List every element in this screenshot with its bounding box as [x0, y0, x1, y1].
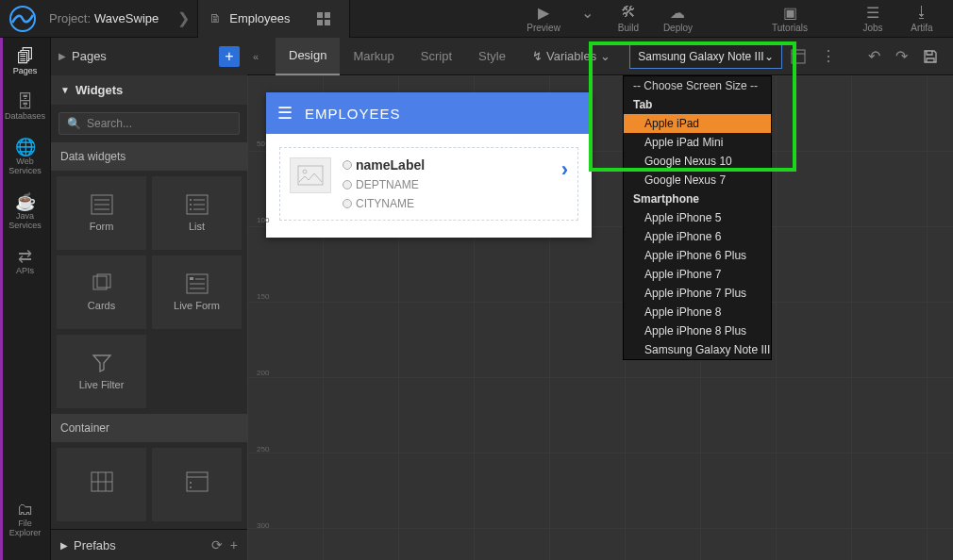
device-option-iphone6p[interactable]: Apple iPhone 6 Plus — [624, 246, 771, 265]
folder-icon: 🗂 — [17, 500, 34, 519]
cityname-field[interactable]: CITYNAME — [343, 197, 556, 210]
rail-file-explorer[interactable]: 🗂File Explorer — [0, 496, 50, 541]
svg-point-13 — [190, 199, 192, 201]
live-form-icon — [186, 273, 209, 294]
search-input[interactable]: 🔍 Search... — [59, 112, 240, 135]
chevron-down-icon: ⌄ — [764, 50, 774, 63]
rail-web-services[interactable]: 🌐Web Services — [0, 134, 50, 179]
device-option-choose[interactable]: -- Choose Screen Size -- — [624, 76, 771, 95]
widget-live-filter-label: Live Filter — [79, 379, 125, 390]
name-label-text: nameLabel — [356, 157, 425, 173]
page-body[interactable]: nameLabel DEPTNAME CITYNAME › — [266, 134, 592, 238]
grid-icon — [91, 471, 113, 492]
widgets-header[interactable]: ▼ Widgets — [51, 75, 247, 105]
pages-icon: 🗐 — [17, 47, 34, 66]
layout-icon[interactable] — [787, 45, 810, 68]
device-size-dropdown[interactable]: -- Choose Screen Size -- Tab Apple iPad … — [623, 75, 772, 360]
widget-container-1[interactable] — [57, 448, 146, 521]
svg-rect-2 — [325, 12, 330, 18]
widget-list[interactable]: List — [152, 176, 242, 250]
open-document-tab[interactable]: 🗎 Employees — [197, 0, 349, 38]
refresh-icon[interactable]: ⟳ — [211, 537, 223, 552]
device-size-select[interactable]: Samsung Galaxy Note III ⌄ — [629, 44, 781, 69]
device-option-iphone8[interactable]: Apple iPhone 8 — [624, 303, 771, 321]
tab-markup[interactable]: Markup — [340, 38, 407, 75]
pages-section-header[interactable]: ▶ Pages + — [51, 38, 247, 75]
svg-rect-1 — [317, 12, 323, 18]
anchor-icon — [343, 199, 352, 208]
device-selected-label: Samsung Galaxy Note III — [638, 50, 763, 63]
cloud-upload-icon: ☁ — [670, 4, 685, 21]
project-name[interactable]: WaveSwipe — [94, 11, 159, 25]
jobs-button[interactable]: ☰Jobs — [849, 4, 896, 33]
widget-form-label: Form — [90, 221, 114, 232]
device-option-iphone8p[interactable]: Apple iPhone 8 Plus — [624, 321, 771, 340]
caret-right-icon: ▶ — [60, 540, 68, 551]
device-group-smartphone: Smartphone — [624, 189, 771, 208]
deploy-button[interactable]: ☁Deploy — [654, 4, 702, 33]
category-data-widgets: Data widgets — [51, 142, 247, 171]
device-option-iphone5[interactable]: Apple iPhone 5 — [624, 208, 771, 227]
page-header[interactable]: ☰ EMPLOYEES — [266, 92, 592, 134]
device-option-nexus7[interactable]: Google Nexus 7 — [624, 171, 771, 189]
save-button[interactable] — [919, 45, 942, 68]
list-item[interactable]: nameLabel DEPTNAME CITYNAME › — [279, 147, 578, 221]
collapse-panel-button[interactable]: « — [247, 51, 264, 62]
device-option-ipad[interactable]: Apple iPad — [624, 114, 771, 133]
rail-pages-label: Pages — [13, 66, 38, 75]
play-icon: ▶ — [538, 4, 549, 21]
rail-apis[interactable]: ⇄APIs — [0, 243, 50, 279]
tab-script[interactable]: Script — [408, 38, 465, 75]
preview-dropdown[interactable]: ⌄ — [572, 4, 603, 33]
widget-cards[interactable]: Cards — [57, 255, 146, 329]
add-prefab-button[interactable]: + — [230, 537, 238, 552]
widget-form[interactable]: Form — [57, 176, 146, 250]
tab-style[interactable]: Style — [465, 38, 519, 75]
widget-cards-label: Cards — [88, 300, 115, 311]
add-page-button[interactable]: + — [219, 46, 240, 67]
filter-icon — [92, 353, 112, 373]
cards-icon — [91, 273, 113, 294]
list-icon — [186, 194, 209, 215]
more-icon[interactable]: ⋮ — [817, 43, 840, 69]
artifacts-button[interactable]: ⭳Artifa — [898, 4, 945, 33]
dashboard-icon[interactable] — [309, 12, 338, 25]
rail-java-services[interactable]: ☕Java Services — [0, 189, 50, 234]
undo-button[interactable]: ↶ — [864, 43, 884, 69]
device-artboard[interactable]: ☰ EMPLOYEES nameLabel DEPTNAME CITYNAME … — [266, 92, 592, 238]
chevron-right-icon[interactable]: › — [556, 157, 568, 182]
jobs-label: Jobs — [862, 23, 882, 33]
widget-container-2[interactable] — [152, 448, 242, 521]
rail-databases[interactable]: 🗄Databases — [0, 89, 50, 124]
device-option-note3[interactable]: Samsung Galaxy Note III — [624, 340, 771, 359]
device-option-iphone7[interactable]: Apple iPhone 7 — [624, 265, 771, 284]
build-button[interactable]: 🛠Build — [605, 4, 652, 33]
prefabs-label: Prefabs — [74, 538, 116, 552]
svg-point-35 — [303, 170, 307, 173]
device-option-iphone6[interactable]: Apple iPhone 6 — [624, 227, 771, 246]
variables-icon: ↯ — [532, 49, 543, 63]
prefabs-section[interactable]: ▶ Prefabs ⟳ + — [51, 529, 247, 560]
device-option-nexus10[interactable]: Google Nexus 10 — [624, 152, 771, 171]
chevron-right-icon[interactable]: ❯ — [170, 9, 197, 27]
thumbnail-placeholder — [290, 157, 331, 193]
name-label-field[interactable]: nameLabel — [343, 157, 556, 173]
topbar: Project: WaveSwipe ❯ 🗎 Employees ▶Previe… — [0, 0, 953, 38]
rail-pages[interactable]: 🗐Pages — [0, 43, 50, 79]
widget-live-form[interactable]: Live Form — [152, 255, 242, 329]
widget-live-filter[interactable]: Live Filter — [57, 335, 146, 408]
tutorials-button[interactable]: ▣Tutorials — [762, 4, 817, 33]
tab-design[interactable]: Design — [276, 38, 340, 75]
design-canvas[interactable]: ☰ EMPLOYEES nameLabel DEPTNAME CITYNAME … — [247, 75, 953, 560]
hamburger-icon[interactable]: ☰ — [277, 103, 293, 124]
device-option-ipad-mini[interactable]: Apple iPad Mini — [624, 133, 771, 152]
app-logo[interactable] — [8, 4, 38, 34]
deptname-field[interactable]: DEPTNAME — [343, 178, 556, 191]
preview-button[interactable]: ▶Preview — [517, 4, 570, 33]
category-container: Container — [51, 414, 247, 442]
top-actions: ▶Preview ⌄ 🛠Build ☁Deploy ▣Tutorials ☰Jo… — [517, 4, 945, 33]
device-option-iphone7p[interactable]: Apple iPhone 7 Plus — [624, 284, 771, 303]
variables-dropdown[interactable]: ↯ Variables ⌄ — [532, 49, 610, 63]
redo-button[interactable]: ↷ — [892, 43, 911, 69]
variables-label: Variables — [546, 49, 596, 63]
